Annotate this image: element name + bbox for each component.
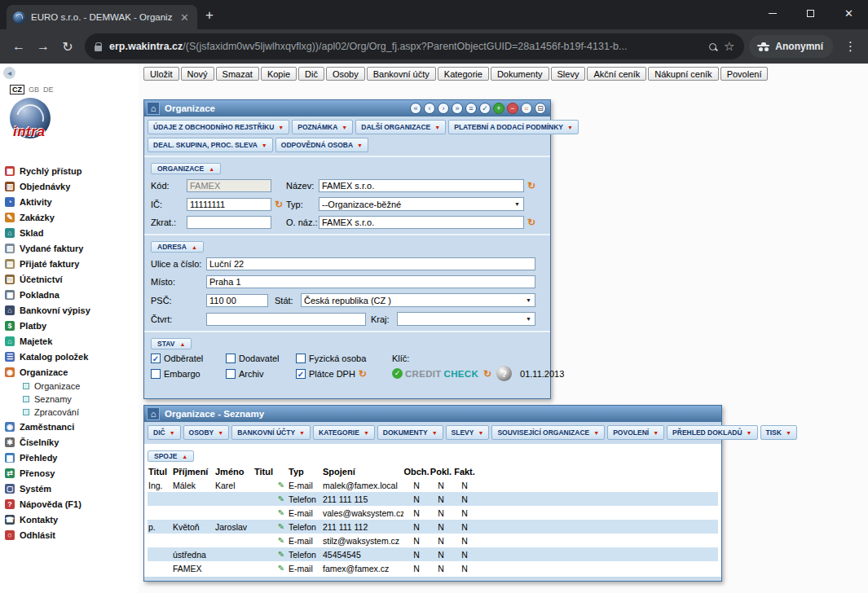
table-row[interactable]: ✎E-mailstilz@waksystem.czNNN [148,534,718,547]
toolbar-button-kategorie[interactable]: Kategorie [438,67,489,81]
sidebar-item-ucetnictvi[interactable]: ▧Účetnictví [3,271,139,287]
sidebar-subitem-organizace[interactable]: Organizace [3,380,139,393]
kod-input[interactable] [187,179,271,192]
window-minimize-button[interactable] [753,0,791,27]
sez-menu-tisk[interactable]: TISK▼ [760,425,797,440]
sidebar-item-zamestnanci[interactable]: ◉Zaměstnanci [3,419,139,434]
sidebar-item-vydane-faktury[interactable]: ▤Vydané faktury [3,240,139,256]
toolbar-button-povolen[interactable]: Povolení [720,67,769,81]
org-menu-odpov-dn-osoba[interactable]: ODPOVĚDNÁ OSOBA▼ [275,138,368,152]
sidebar-item-odhlasit[interactable]: ○Odhlásit [3,527,139,542]
toolbar-button-nov[interactable]: Nový [181,67,214,81]
creditcheck-refresh-icon[interactable]: ↻ [483,368,491,380]
org-menu-pozn-mka[interactable]: POZNÁMKA▼ [292,120,353,134]
back-button[interactable]: ← [7,34,31,59]
sidebar-item-bankovni-vypisy[interactable]: ⌂Bankovní výpisy [3,302,139,318]
collapse-sidebar-button[interactable]: ◂ [3,67,15,79]
sidebar-item-majetek[interactable]: ⌂Majetek [3,333,139,349]
next-record-button[interactable]: › [438,103,449,114]
sidebar-subitem-zpracovani[interactable]: Zpracování [3,406,139,419]
sidebar-item-aktivity[interactable]: ◔Aktivity [3,194,139,209]
sez-menu-povolen[interactable]: POVOLENÍ▼ [607,425,664,440]
edit-link-icon[interactable]: ✎ [275,494,288,503]
psc-input[interactable] [206,294,268,307]
sidebar-item-system[interactable]: ▢Systém [3,481,139,496]
table-row[interactable]: ✎Telefon211 111 115NNN [148,492,718,506]
home-icon[interactable]: ⌂ [147,102,160,115]
section-organizace-bar[interactable]: ORGANIZACE ▲ [151,163,221,174]
checkbox-box[interactable] [226,354,236,363]
checkbox-box[interactable] [151,369,161,379]
section-spoje-bar[interactable]: SPOJE ▲ [148,450,194,462]
edit-link-icon[interactable]: ✎ [275,522,288,531]
toolbar-button-smazat[interactable]: Smazat [216,67,259,81]
app-logo[interactable]: intra [10,98,62,148]
edit-link-icon[interactable]: ✎ [275,481,288,490]
toolbar-button-dokumenty[interactable]: Dokumenty [491,67,549,81]
forward-button[interactable]: → [31,34,55,59]
toolbar-button-ulo-it[interactable]: Uložit [143,67,179,81]
checkbox-dodavatel[interactable]: Dodavatel [226,354,291,363]
sidebar-item-objednavky[interactable]: ▥Objednávky [3,178,139,194]
org-menu-daje-z-obchodn-ho-rejst-ku[interactable]: ÚDAJE Z OBCHODNÍHO REJSTŘÍKU▼ [148,120,289,134]
toolbar-button-slevy[interactable]: Slevy [551,67,586,81]
sidebar-item-napoveda[interactable]: ?Nápověda (F1) [3,496,139,512]
sidebar-item-prenosy[interactable]: ⇄Přenosy [3,465,139,481]
toolbar-button-bankovn-ty[interactable]: Bankovní účty [367,67,436,81]
org-menu-dal-organizace[interactable]: DALŠÍ ORGANIZACE▼ [355,120,446,134]
checkbox-box[interactable]: ✓ [296,369,306,379]
toolbar-button-kopie[interactable]: Kopie [261,67,297,81]
url-text[interactable]: erp.wakintra.cz/(S(jsfaxidm0wv5ljwlhxqvf… [109,41,702,52]
dph-refresh-icon[interactable]: ↻ [359,368,367,380]
misto-input[interactable] [206,275,535,288]
language-de[interactable]: DE [43,86,54,94]
edit-link-icon[interactable]: ✎ [275,550,288,559]
prev-record-button[interactable]: ‹ [424,103,435,114]
toolbar-button-ak-n-cen-k[interactable]: Akční ceník [587,67,646,81]
ctvrt-input[interactable] [206,313,366,326]
sez-menu-p-ehled-doklad[interactable]: PŘEHLED DOKLADŮ▼ [667,425,757,440]
org-menu-platebn-a-dodac-podm-nky[interactable]: PLATEBNÍ A DODACÍ PODMÍNKY▼ [448,120,579,134]
edit-link-icon[interactable]: ✎ [275,564,288,573]
sidebar-item-kontakty[interactable]: ☎Kontakty [3,512,139,527]
sez-menu-bankovn-ty[interactable]: BANKOVNÍ ÚČTY▼ [231,425,311,440]
tab-close-icon[interactable]: ✕ [178,11,191,24]
onaz-refresh-icon[interactable]: ↻ [527,217,535,228]
checkbox-box[interactable] [296,354,306,363]
sez-menu-osoby[interactable]: OSOBY▼ [183,425,230,440]
last-record-button[interactable]: » [452,103,463,114]
nazev-input[interactable] [319,179,524,192]
sidebar-item-katalog-polozek[interactable]: ☰Katalog položek [3,349,139,364]
checkbox-box[interactable]: ✓ [151,354,161,363]
checkbox-fyzick-osoba[interactable]: Fyzická osoba [296,354,387,363]
checkbox-box[interactable] [226,369,236,379]
toolbar-button-osoby[interactable]: Osoby [326,67,365,81]
equals-button[interactable]: = [521,103,532,114]
sidebar-item-organizace[interactable]: ◉Organizace [3,364,139,380]
sidebar-item-prijate-faktury[interactable]: ▤Přijaté faktury [3,256,139,271]
sidebar-item-zakazky[interactable]: ✎Zakázky [3,209,139,225]
nazev-refresh-icon[interactable]: ↻ [527,180,535,191]
add-button[interactable]: + [493,103,504,114]
ulice-input[interactable] [206,257,535,270]
language-cz[interactable]: CZ [10,85,24,94]
table-row[interactable]: p.KvětoňJaroslav✎Telefon211 111 112NNN [148,520,718,534]
first-record-button[interactable]: « [410,103,421,114]
edit-link-icon[interactable]: ✎ [275,508,288,517]
reload-button[interactable]: ↻ [55,34,80,59]
sidebar-subitem-seznamy[interactable]: Seznamy [3,393,139,406]
table-row[interactable]: FAMEX✎E-mailfamex@famex.czNNN [148,561,718,575]
section-stav-bar[interactable]: STAV ▲ [151,338,192,349]
help-sphere-icon[interactable]: ? [496,366,512,381]
sidebar-item-ciselniky[interactable]: ✱Číselníky [3,434,139,450]
sidebar-item-platby[interactable]: $Platby [3,318,139,333]
sez-menu-souvisej-c-organizace[interactable]: SOUVISEJÍCÍ ORGANIZACE▼ [491,425,605,440]
toolbar-button-n-kupn-cen-k[interactable]: Nákupní ceník [648,67,718,81]
remove-button[interactable]: − [507,103,518,114]
org-menu-deal-skupina-proc-sleva[interactable]: DEAL. SKUPINA, PROC. SLEVA▼ [148,138,273,152]
sidebar-item-prehledy[interactable]: ▆Přehledy [3,450,139,465]
bookmark-star-icon[interactable]: ☆ [724,39,734,54]
creditcheck-logo[interactable]: ✓ CREDIT CHECK [392,368,478,379]
print-button[interactable]: ⊟ [535,103,546,114]
stat-select[interactable]: Česká republika (CZ ) ▼ [301,293,535,307]
